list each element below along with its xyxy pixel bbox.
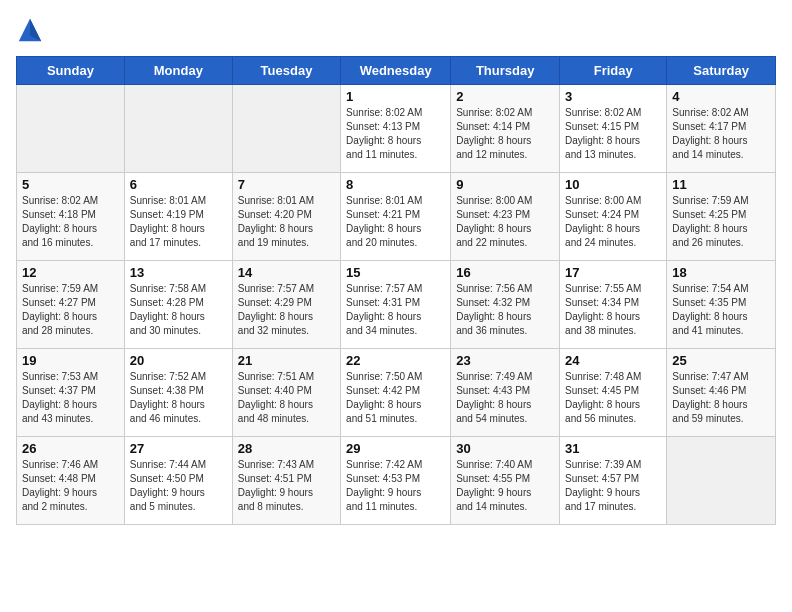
day-number: 26 xyxy=(22,441,119,456)
week-row-3: 19Sunrise: 7:53 AM Sunset: 4:37 PM Dayli… xyxy=(17,349,776,437)
calendar-cell xyxy=(17,85,125,173)
day-number: 11 xyxy=(672,177,770,192)
day-number: 12 xyxy=(22,265,119,280)
calendar-cell: 12Sunrise: 7:59 AM Sunset: 4:27 PM Dayli… xyxy=(17,261,125,349)
logo-icon xyxy=(16,16,44,44)
calendar-cell xyxy=(667,437,776,525)
day-info: Sunrise: 8:02 AM Sunset: 4:14 PM Dayligh… xyxy=(456,106,554,162)
calendar-cell: 25Sunrise: 7:47 AM Sunset: 4:46 PM Dayli… xyxy=(667,349,776,437)
calendar-cell: 31Sunrise: 7:39 AM Sunset: 4:57 PM Dayli… xyxy=(560,437,667,525)
calendar-cell: 17Sunrise: 7:55 AM Sunset: 4:34 PM Dayli… xyxy=(560,261,667,349)
day-info: Sunrise: 7:40 AM Sunset: 4:55 PM Dayligh… xyxy=(456,458,554,514)
logo xyxy=(16,16,48,44)
day-info: Sunrise: 7:42 AM Sunset: 4:53 PM Dayligh… xyxy=(346,458,445,514)
day-info: Sunrise: 8:02 AM Sunset: 4:15 PM Dayligh… xyxy=(565,106,661,162)
day-info: Sunrise: 7:44 AM Sunset: 4:50 PM Dayligh… xyxy=(130,458,227,514)
calendar-cell: 29Sunrise: 7:42 AM Sunset: 4:53 PM Dayli… xyxy=(341,437,451,525)
calendar-cell: 20Sunrise: 7:52 AM Sunset: 4:38 PM Dayli… xyxy=(124,349,232,437)
day-header-thursday: Thursday xyxy=(451,57,560,85)
day-info: Sunrise: 8:00 AM Sunset: 4:23 PM Dayligh… xyxy=(456,194,554,250)
calendar-cell: 24Sunrise: 7:48 AM Sunset: 4:45 PM Dayli… xyxy=(560,349,667,437)
calendar-cell: 5Sunrise: 8:02 AM Sunset: 4:18 PM Daylig… xyxy=(17,173,125,261)
week-row-0: 1Sunrise: 8:02 AM Sunset: 4:13 PM Daylig… xyxy=(17,85,776,173)
week-row-1: 5Sunrise: 8:02 AM Sunset: 4:18 PM Daylig… xyxy=(17,173,776,261)
day-info: Sunrise: 8:01 AM Sunset: 4:21 PM Dayligh… xyxy=(346,194,445,250)
day-info: Sunrise: 7:51 AM Sunset: 4:40 PM Dayligh… xyxy=(238,370,335,426)
week-row-2: 12Sunrise: 7:59 AM Sunset: 4:27 PM Dayli… xyxy=(17,261,776,349)
calendar-cell: 14Sunrise: 7:57 AM Sunset: 4:29 PM Dayli… xyxy=(232,261,340,349)
day-number: 29 xyxy=(346,441,445,456)
day-info: Sunrise: 8:00 AM Sunset: 4:24 PM Dayligh… xyxy=(565,194,661,250)
day-info: Sunrise: 7:59 AM Sunset: 4:25 PM Dayligh… xyxy=(672,194,770,250)
calendar-cell xyxy=(232,85,340,173)
day-number: 21 xyxy=(238,353,335,368)
day-number: 27 xyxy=(130,441,227,456)
day-number: 20 xyxy=(130,353,227,368)
day-number: 2 xyxy=(456,89,554,104)
day-number: 25 xyxy=(672,353,770,368)
calendar-cell: 23Sunrise: 7:49 AM Sunset: 4:43 PM Dayli… xyxy=(451,349,560,437)
day-info: Sunrise: 8:02 AM Sunset: 4:17 PM Dayligh… xyxy=(672,106,770,162)
calendar-cell: 18Sunrise: 7:54 AM Sunset: 4:35 PM Dayli… xyxy=(667,261,776,349)
day-info: Sunrise: 7:49 AM Sunset: 4:43 PM Dayligh… xyxy=(456,370,554,426)
calendar-cell: 28Sunrise: 7:43 AM Sunset: 4:51 PM Dayli… xyxy=(232,437,340,525)
day-number: 30 xyxy=(456,441,554,456)
calendar-table: SundayMondayTuesdayWednesdayThursdayFrid… xyxy=(16,56,776,525)
calendar-cell: 11Sunrise: 7:59 AM Sunset: 4:25 PM Dayli… xyxy=(667,173,776,261)
day-info: Sunrise: 8:01 AM Sunset: 4:20 PM Dayligh… xyxy=(238,194,335,250)
calendar-body: 1Sunrise: 8:02 AM Sunset: 4:13 PM Daylig… xyxy=(17,85,776,525)
day-number: 22 xyxy=(346,353,445,368)
calendar-cell: 4Sunrise: 8:02 AM Sunset: 4:17 PM Daylig… xyxy=(667,85,776,173)
calendar-cell: 27Sunrise: 7:44 AM Sunset: 4:50 PM Dayli… xyxy=(124,437,232,525)
day-info: Sunrise: 8:02 AM Sunset: 4:18 PM Dayligh… xyxy=(22,194,119,250)
day-number: 3 xyxy=(565,89,661,104)
calendar-cell xyxy=(124,85,232,173)
calendar-cell: 3Sunrise: 8:02 AM Sunset: 4:15 PM Daylig… xyxy=(560,85,667,173)
calendar-cell: 1Sunrise: 8:02 AM Sunset: 4:13 PM Daylig… xyxy=(341,85,451,173)
day-header-tuesday: Tuesday xyxy=(232,57,340,85)
day-number: 17 xyxy=(565,265,661,280)
calendar-cell: 22Sunrise: 7:50 AM Sunset: 4:42 PM Dayli… xyxy=(341,349,451,437)
day-header-wednesday: Wednesday xyxy=(341,57,451,85)
day-info: Sunrise: 7:55 AM Sunset: 4:34 PM Dayligh… xyxy=(565,282,661,338)
day-number: 31 xyxy=(565,441,661,456)
day-number: 10 xyxy=(565,177,661,192)
day-number: 5 xyxy=(22,177,119,192)
day-info: Sunrise: 8:01 AM Sunset: 4:19 PM Dayligh… xyxy=(130,194,227,250)
day-number: 18 xyxy=(672,265,770,280)
day-header-sunday: Sunday xyxy=(17,57,125,85)
day-info: Sunrise: 7:39 AM Sunset: 4:57 PM Dayligh… xyxy=(565,458,661,514)
calendar-cell: 16Sunrise: 7:56 AM Sunset: 4:32 PM Dayli… xyxy=(451,261,560,349)
day-number: 6 xyxy=(130,177,227,192)
day-number: 9 xyxy=(456,177,554,192)
day-info: Sunrise: 7:57 AM Sunset: 4:29 PM Dayligh… xyxy=(238,282,335,338)
day-info: Sunrise: 7:57 AM Sunset: 4:31 PM Dayligh… xyxy=(346,282,445,338)
day-info: Sunrise: 7:58 AM Sunset: 4:28 PM Dayligh… xyxy=(130,282,227,338)
day-number: 1 xyxy=(346,89,445,104)
day-info: Sunrise: 7:50 AM Sunset: 4:42 PM Dayligh… xyxy=(346,370,445,426)
day-number: 28 xyxy=(238,441,335,456)
day-number: 8 xyxy=(346,177,445,192)
day-info: Sunrise: 7:53 AM Sunset: 4:37 PM Dayligh… xyxy=(22,370,119,426)
calendar-cell: 26Sunrise: 7:46 AM Sunset: 4:48 PM Dayli… xyxy=(17,437,125,525)
day-header-monday: Monday xyxy=(124,57,232,85)
week-row-4: 26Sunrise: 7:46 AM Sunset: 4:48 PM Dayli… xyxy=(17,437,776,525)
page-header xyxy=(16,16,776,44)
calendar-cell: 30Sunrise: 7:40 AM Sunset: 4:55 PM Dayli… xyxy=(451,437,560,525)
day-number: 4 xyxy=(672,89,770,104)
day-number: 16 xyxy=(456,265,554,280)
day-number: 23 xyxy=(456,353,554,368)
day-header-saturday: Saturday xyxy=(667,57,776,85)
calendar-cell: 15Sunrise: 7:57 AM Sunset: 4:31 PM Dayli… xyxy=(341,261,451,349)
calendar-cell: 8Sunrise: 8:01 AM Sunset: 4:21 PM Daylig… xyxy=(341,173,451,261)
day-number: 24 xyxy=(565,353,661,368)
calendar-cell: 7Sunrise: 8:01 AM Sunset: 4:20 PM Daylig… xyxy=(232,173,340,261)
header-row: SundayMondayTuesdayWednesdayThursdayFrid… xyxy=(17,57,776,85)
calendar-cell: 9Sunrise: 8:00 AM Sunset: 4:23 PM Daylig… xyxy=(451,173,560,261)
calendar-header: SundayMondayTuesdayWednesdayThursdayFrid… xyxy=(17,57,776,85)
calendar-cell: 13Sunrise: 7:58 AM Sunset: 4:28 PM Dayli… xyxy=(124,261,232,349)
day-info: Sunrise: 7:46 AM Sunset: 4:48 PM Dayligh… xyxy=(22,458,119,514)
day-info: Sunrise: 7:47 AM Sunset: 4:46 PM Dayligh… xyxy=(672,370,770,426)
calendar-cell: 6Sunrise: 8:01 AM Sunset: 4:19 PM Daylig… xyxy=(124,173,232,261)
day-info: Sunrise: 7:43 AM Sunset: 4:51 PM Dayligh… xyxy=(238,458,335,514)
